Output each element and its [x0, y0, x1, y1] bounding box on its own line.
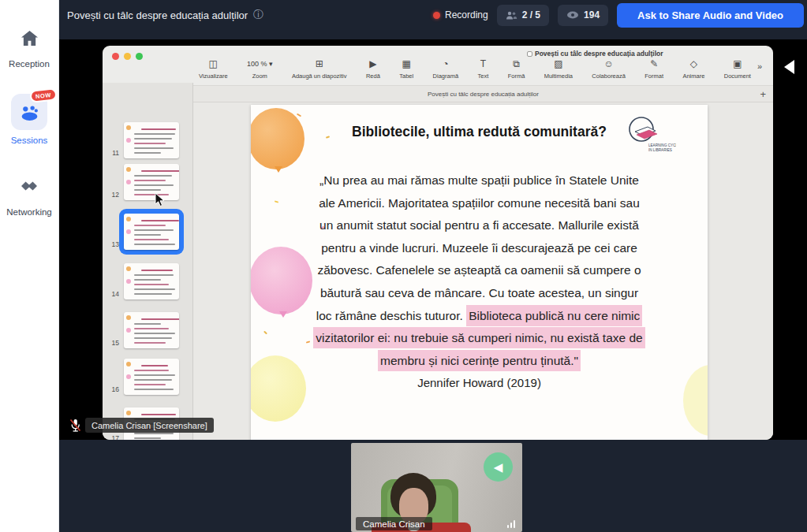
toolbar-item-label: Colaborează	[592, 73, 626, 80]
sidebar-item-label: Sessions	[11, 136, 48, 145]
sidebar-item-reception[interactable]: Reception	[6, 22, 52, 69]
thumbnail-text-line	[134, 133, 175, 135]
eye-icon	[566, 11, 579, 19]
window-title: Povești cu tâlc despre educația adulțilo…	[535, 50, 663, 58]
animate-icon: ◇	[690, 58, 697, 70]
thumbnail-number: 14	[103, 290, 119, 298]
toolbar-item-label: Redă	[366, 73, 380, 80]
slide-attribution: Jennifer Howard (2019)	[267, 372, 692, 395]
thumbnail-text-line	[141, 365, 168, 366]
thumbnail-number: 16	[103, 385, 119, 393]
play-icon: ▶	[369, 58, 376, 70]
slide-thumbnail	[124, 312, 179, 348]
toolbar-item-diagram-: ◔Diagramă	[433, 58, 459, 80]
window-zoom-light	[136, 53, 143, 60]
shape-icon: ⧉	[513, 58, 520, 70]
thumbnail-number: 11	[103, 149, 119, 157]
thumbnail-text-line	[134, 437, 161, 439]
viewers-pill[interactable]: 194	[558, 5, 608, 26]
sidebar-item-label: Networking	[6, 207, 52, 217]
viewers-count: 194	[584, 9, 600, 20]
presenter-name-label: Camelia Crisan [Screenshare]	[85, 418, 214, 433]
slide-text-line: un anumit statut social pentru a fi acce…	[267, 214, 692, 237]
thumbnail-balloon-dot	[126, 279, 131, 284]
thumbnail-text-line	[134, 333, 175, 334]
window-close-light	[112, 53, 119, 60]
home-icon	[12, 22, 47, 54]
mouse-cursor	[155, 192, 166, 207]
slide-text-line: membru și nici cerințe pentru ținută."	[267, 350, 692, 373]
highlighted-text: membru și nici cerințe pentru ținută."	[378, 350, 581, 371]
thumbnail-balloon-dot	[126, 217, 131, 221]
recording-dot	[433, 12, 440, 19]
thumbnail-balloon-dot	[126, 411, 131, 415]
toolbar-item-label: Format	[644, 73, 663, 80]
video-name-label: Camelia Crisan	[356, 517, 432, 530]
toolbar-item-document: ▣Document	[724, 58, 751, 80]
info-icon[interactable]: ⓘ	[253, 8, 263, 22]
toolbar-item-label: Tabel	[399, 73, 413, 80]
thumbnail-text-line	[134, 274, 174, 276]
thumbnail-balloon-dot	[126, 362, 131, 366]
thumbnail-text-line	[134, 184, 174, 186]
presenter-video-tile[interactable]: ◀ Camelia Crisan	[351, 443, 522, 532]
recording-label: Recording	[445, 9, 488, 20]
thumbnail-balloon-dot	[126, 374, 131, 379]
format-icon: ✎	[650, 58, 658, 70]
thumbnail-balloon-dot	[126, 180, 131, 184]
participants-pill[interactable]: 2 / 5	[497, 5, 549, 26]
app-root: ReceptionNOWSessionsNetworking Povești c…	[0, 0, 807, 532]
svg-text:IN LIBRARIES: IN LIBRARIES	[648, 148, 672, 152]
sidebar: ReceptionNOWSessionsNetworking	[0, 0, 59, 532]
thumbnail-text-line	[141, 170, 179, 172]
sidebar-item-sessions[interactable]: NOWSessions	[6, 94, 52, 145]
sessions-icon: NOW	[11, 94, 47, 130]
plain-text: băutură sau ceva de mâncare. Cu toate ac…	[320, 286, 638, 299]
thumbnail-text-line	[134, 244, 175, 245]
thumbnail-text-line	[134, 323, 161, 325]
toolbar-item-vizualizare: ◫Vizualizare	[199, 58, 228, 80]
toolbar-item-label: Zoom	[252, 73, 267, 80]
confetti	[297, 113, 301, 117]
toolbar-overflow-icon: »	[757, 61, 762, 71]
document-proxy-icon	[527, 51, 532, 57]
selected-thumbnail-box	[119, 209, 184, 255]
slide-thumbnail	[124, 214, 179, 250]
session-title: Povești cu tâlc despre educația adulțilo…	[67, 9, 248, 21]
thumbnail-balloon-dot	[126, 328, 131, 333]
chart-icon: ◔	[443, 58, 448, 70]
sidebar-item-networking[interactable]: Networking	[6, 170, 52, 217]
toolbar-item-zoom: 100 % ▾Zoom	[247, 58, 273, 80]
thumbnail-text-line	[134, 433, 174, 434]
learning-cycles-logo: LEARNING CYCLES IN LIBRARIES	[624, 114, 676, 155]
toolbar-item-tabel: ▦Tabel	[399, 58, 413, 80]
plain-text: zăbovesc. Cafenelele se așteaptă ca oame…	[317, 263, 641, 277]
slide-canvas: Bibliotecile, ultima redută comunitară? …	[193, 102, 773, 440]
active-speaker-icon: ◀	[484, 452, 513, 482]
slide-text-line: băutură sau ceva de mâncare. Cu toate ac…	[267, 282, 692, 305]
thumbnail-text-line	[134, 384, 166, 385]
plus-icon: +	[760, 86, 766, 103]
plain-text: ale Americii. Majoritatea spațiilor comu…	[319, 196, 640, 210]
thumbnail-text-line	[134, 239, 169, 240]
topbar: Povești cu tâlc despre educația adulțilo…	[59, 0, 807, 30]
thumbnail-text-line	[134, 189, 161, 191]
toolbar-item-label: Text	[477, 73, 488, 80]
slide-text-line: loc rămâne deschis tuturor. Biblioteca p…	[267, 305, 692, 328]
thumbnail-text-line	[134, 234, 161, 236]
toolbar-item-animare: ◇Animare	[682, 58, 704, 80]
media-icon: ▨	[554, 58, 562, 70]
slide-text-line: vizitatorilor ei: nu trebuie să cumperi …	[267, 327, 692, 350]
toolbar-item-red-: ▶Redă	[366, 58, 380, 80]
thumbnail-text-line	[134, 152, 161, 154]
ask-to-share-button[interactable]: Ask to Share Audio and Video	[617, 3, 804, 28]
collapse-panel-icon[interactable]	[784, 60, 794, 74]
mic-muted-icon	[69, 419, 81, 433]
slide-text-line: ale Americii. Majoritatea spațiilor comu…	[267, 192, 692, 215]
thumbnail-text-line	[134, 288, 175, 290]
slide-thumbnail	[124, 359, 179, 395]
thumbnail-balloon-dot	[126, 125, 131, 130]
toolbar-item-label: Vizualizare	[199, 73, 228, 80]
toolbar-item-format: ✎Format	[644, 58, 663, 80]
handshake-icon	[12, 170, 47, 202]
